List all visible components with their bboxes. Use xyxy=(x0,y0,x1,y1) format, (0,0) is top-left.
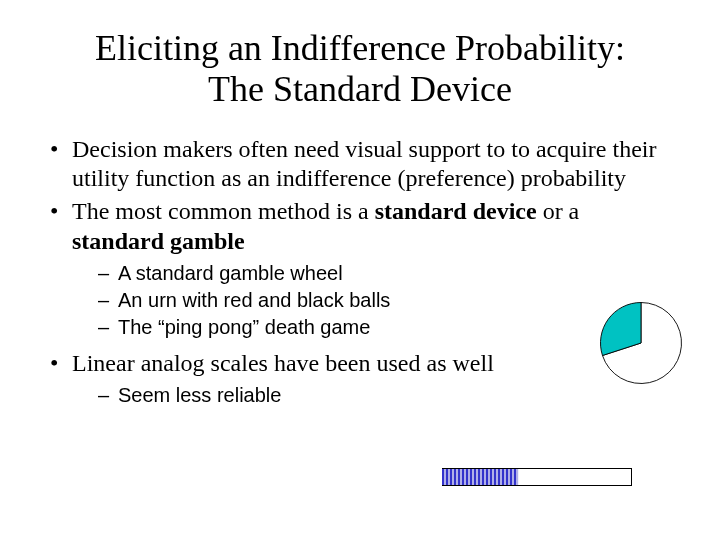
bullet-2-sublist: A standard gamble wheel An urn with red … xyxy=(72,260,672,341)
scale-fill xyxy=(443,469,518,485)
bullet-2-sub-3-text: The “ping pong” death game xyxy=(118,316,370,338)
slide: Eliciting an Indifference Probability: T… xyxy=(0,0,720,540)
bullet-2-sub-3: The “ping pong” death game xyxy=(72,314,672,341)
bullet-3: Linear analog scales have been used as w… xyxy=(48,349,672,409)
bullet-2-sub-2-text: An urn with red and black balls xyxy=(118,289,390,311)
bullet-2: The most common method is a standard dev… xyxy=(48,197,672,341)
bullet-2-pre: The most common method is a xyxy=(72,198,375,224)
bullet-list: Decision makers often need visual suppor… xyxy=(48,135,672,409)
bullet-3-sub-1: Seem less reliable xyxy=(72,382,672,409)
bullet-2-sub-2: An urn with red and black balls xyxy=(72,287,672,314)
bullet-2-sub-1-text: A standard gamble wheel xyxy=(118,262,343,284)
bullet-2-bold-1: standard device xyxy=(375,198,537,224)
bullet-2-sub-1: A standard gamble wheel xyxy=(72,260,672,287)
bullet-2-bold-2: standard gamble xyxy=(72,228,245,254)
bullet-3-sub-1-text: Seem less reliable xyxy=(118,384,281,406)
title-line-2: The Standard Device xyxy=(208,69,512,109)
pie-chart-icon xyxy=(596,298,686,388)
bullet-3-sublist: Seem less reliable xyxy=(72,382,672,409)
bullet-3-text: Linear analog scales have been used as w… xyxy=(72,350,494,376)
linear-scale-icon xyxy=(442,468,632,486)
bullet-2-mid: or a xyxy=(537,198,580,224)
bullet-1-text: Decision makers often need visual suppor… xyxy=(72,136,657,191)
title-line-1: Eliciting an Indifference Probability: xyxy=(95,28,625,68)
slide-title: Eliciting an Indifference Probability: T… xyxy=(48,28,672,111)
bullet-1: Decision makers often need visual suppor… xyxy=(48,135,672,194)
